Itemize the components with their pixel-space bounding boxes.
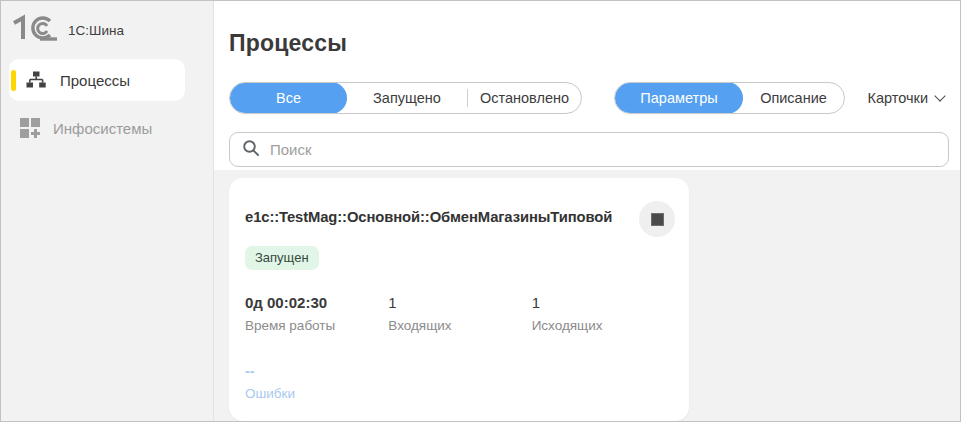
stop-process-button[interactable]: [639, 201, 675, 237]
infosystems-icon: [19, 117, 41, 139]
stats-row: 0д 00:02:30 Время работы 1 Входящих 1 Ис…: [245, 294, 675, 333]
search-row: [229, 132, 949, 167]
process-title: e1c::TestMag::Основной::ОбменМагазиныТип…: [245, 201, 633, 225]
layout-dropdown-label: Карточки: [868, 90, 928, 106]
main-area: Процессы Все Запущено Остановлено Параме…: [214, 1, 960, 421]
view-filter-description[interactable]: Описание: [743, 82, 844, 114]
sidebar-item-processes[interactable]: Процессы: [9, 59, 185, 101]
view-filter-group: Параметры Описание: [614, 82, 845, 114]
stat-value: 0д 00:02:30: [245, 294, 388, 311]
card-head: e1c::TestMag::Основной::ОбменМагазиныТип…: [245, 201, 675, 237]
processes-icon: [25, 69, 47, 91]
stat-outgoing: 1 Исходящих: [532, 294, 675, 333]
sidebar: 1С:Шина Процессы: [1, 1, 214, 421]
page-title: Процессы: [229, 1, 949, 57]
sidebar-nav: Процессы Инфосистемы: [1, 59, 213, 149]
layout-dropdown[interactable]: Карточки: [868, 90, 949, 106]
status-badge: Запущен: [245, 246, 319, 270]
stat-label: Исходящих: [532, 318, 675, 333]
stat-value: 1: [532, 294, 675, 311]
search-icon: [242, 139, 260, 161]
status-filter-stopped[interactable]: Остановлено: [468, 82, 581, 114]
status-filter-running[interactable]: Запущено: [347, 82, 467, 114]
status-filter-all[interactable]: Все: [230, 82, 347, 114]
process-list-panel: e1c::TestMag::Основной::ОбменМагазиныТип…: [214, 170, 960, 421]
stat-label: Время работы: [245, 318, 388, 333]
sidebar-item-label: Процессы: [60, 72, 130, 89]
errors-value: --: [245, 363, 675, 379]
active-accent-bar: [11, 70, 16, 91]
view-filter-parameters[interactable]: Параметры: [615, 82, 743, 114]
search-box[interactable]: [229, 132, 949, 167]
page-header: Процессы Все Запущено Остановлено Параме…: [214, 1, 960, 170]
status-filter-group: Все Запущено Остановлено: [229, 82, 582, 114]
stop-icon: [651, 213, 664, 226]
stat-incoming: 1 Входящих: [388, 294, 531, 333]
stat-value: 1: [388, 294, 531, 311]
stat-label: Входящих: [388, 318, 531, 333]
chevron-down-icon: [934, 90, 945, 101]
1c-logo-icon: [10, 14, 58, 46]
app-window: 1С:Шина Процессы: [0, 0, 961, 422]
stat-uptime: 0д 00:02:30 Время работы: [245, 294, 388, 333]
brand-row: 1С:Шина: [1, 1, 213, 47]
search-input[interactable]: [270, 141, 936, 158]
sidebar-item-label: Инфосистемы: [53, 120, 152, 137]
errors-link[interactable]: Ошибки: [245, 386, 675, 401]
sidebar-item-infosystems[interactable]: Инфосистемы: [1, 107, 213, 149]
errors-block: -- Ошибки: [245, 363, 675, 401]
brand-label: 1С:Шина: [68, 23, 124, 38]
process-card[interactable]: e1c::TestMag::Основной::ОбменМагазиныТип…: [229, 178, 689, 421]
filters-row: Все Запущено Остановлено Параметры Описа…: [229, 82, 949, 114]
